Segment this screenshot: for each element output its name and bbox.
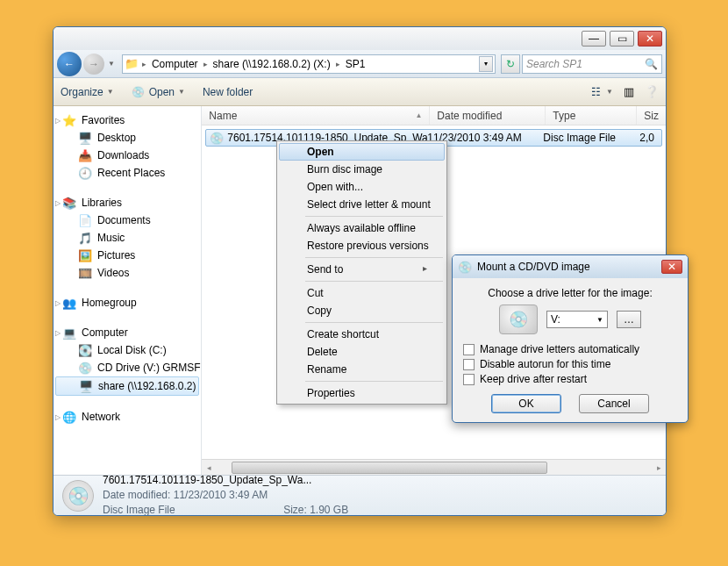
search-input[interactable]: Search SP1 🔍 <box>522 54 662 74</box>
horizontal-scrollbar[interactable]: ◂ ▸ <box>202 459 666 475</box>
network-drive-icon: 🖥️ <box>79 379 93 393</box>
disc-image-icon: 💿 <box>62 480 94 512</box>
disc-icon: 💿 <box>458 260 472 274</box>
col-date[interactable]: Date modified <box>430 106 546 125</box>
organize-label: Organize <box>61 86 103 98</box>
disc-image-icon: 💿 <box>210 131 224 145</box>
drive-icon: 💽 <box>78 343 92 357</box>
music-icon: 🎵 <box>78 231 92 245</box>
address-dropdown[interactable]: ▾ <box>479 56 493 72</box>
context-always-offline[interactable]: Always available offline <box>279 219 445 237</box>
breadcrumb-sp1[interactable]: SP1 <box>344 58 368 70</box>
help-button[interactable]: ❔ <box>645 85 659 99</box>
organize-menu[interactable]: Organize ▼ <box>61 86 114 98</box>
close-icon: ✕ <box>646 32 654 45</box>
cancel-button[interactable]: Cancel <box>579 394 649 413</box>
minimize-button[interactable]: — <box>582 31 606 47</box>
maximize-icon: ▭ <box>617 32 627 45</box>
context-menu: Open Burn disc image Open with... Select… <box>276 140 447 405</box>
dialog-prompt: Choose a drive letter for the image: <box>463 287 677 299</box>
libraries-icon: 📚 <box>62 196 76 210</box>
separator <box>305 381 443 382</box>
nav-back-button[interactable]: ← <box>57 52 82 76</box>
sidebar-item-recent[interactable]: 🕘Recent Places <box>54 164 201 182</box>
context-burn[interactable]: Burn disc image <box>279 161 445 178</box>
maximize-button[interactable]: ▭ <box>610 31 634 47</box>
context-sendto[interactable]: Send to <box>279 261 445 278</box>
titlebar: — ▭ ✕ <box>54 27 666 50</box>
separator <box>305 322 443 323</box>
context-properties[interactable]: Properties <box>279 384 445 402</box>
checkbox[interactable] <box>463 344 475 355</box>
sidebar-homegroup[interactable]: 👥Homegroup <box>54 294 201 312</box>
sidebar-item-downloads[interactable]: 📥Downloads <box>54 147 201 164</box>
preview-pane-button[interactable]: ▥ <box>622 85 636 99</box>
details-filename: 7601.17514.101119-1850_Update_Sp_Wa... <box>103 473 348 488</box>
checkbox[interactable] <box>463 359 475 370</box>
details-type: Disc Image File <box>103 503 268 516</box>
pictures-icon: 🖼️ <box>78 248 92 262</box>
context-openwith[interactable]: Open with... <box>279 178 445 196</box>
col-name[interactable]: Name▲ <box>202 106 430 125</box>
breadcrumb-share[interactable]: share (\\192.168.0.2) (X:) <box>211 58 332 70</box>
homegroup-icon: 👥 <box>62 296 76 310</box>
context-shortcut[interactable]: Create shortcut <box>279 326 445 343</box>
close-icon: ✕ <box>667 261 676 273</box>
dialog-close-button[interactable]: ✕ <box>661 260 682 274</box>
downloads-icon: 📥 <box>78 148 92 162</box>
search-icon: 🔍 <box>645 58 658 70</box>
sidebar-network[interactable]: 🌐Network <box>54 408 201 426</box>
chevron-down-icon: ▼ <box>178 88 185 96</box>
context-copy[interactable]: Copy <box>279 302 445 319</box>
scrollbar-thumb[interactable] <box>232 462 547 474</box>
sidebar-item-localdisk[interactable]: 💽Local Disk (C:) <box>54 341 201 359</box>
sidebar-item-cddrive[interactable]: 💿CD Drive (V:) GRMSF <box>54 359 201 376</box>
sidebar-computer[interactable]: 💻Computer <box>54 324 201 341</box>
check-keep-restart[interactable]: Keep drive after restart <box>463 373 677 385</box>
sidebar-favorites[interactable]: ⭐Favorites <box>54 111 201 129</box>
col-type[interactable]: Type <box>546 106 637 125</box>
scroll-right-icon[interactable]: ▸ <box>652 463 666 472</box>
chevron-right-icon: ▸ <box>336 60 340 68</box>
check-disable-autorun[interactable]: Disable autorun for this time <box>463 358 677 370</box>
sidebar-item-share[interactable]: 🖥️share (\\192.168.0.2) <box>55 376 199 396</box>
minimize-icon: — <box>589 32 599 45</box>
nav-forward-button: → <box>83 54 104 75</box>
context-select-drive[interactable]: Select drive letter & mount <box>279 196 445 213</box>
newfolder-button[interactable]: New folder <box>203 86 253 98</box>
breadcrumb-computer[interactable]: Computer <box>150 58 200 70</box>
sidebar-item-documents[interactable]: 📄Documents <box>54 211 201 229</box>
chevron-right-icon: ▸ <box>142 60 146 68</box>
context-open[interactable]: Open <box>279 143 445 161</box>
separator <box>305 281 443 282</box>
context-restore[interactable]: Restore previous versions <box>279 237 445 254</box>
refresh-icon: ↻ <box>506 58 515 70</box>
sidebar-item-pictures[interactable]: 🖼️Pictures <box>54 247 201 264</box>
refresh-button[interactable]: ↻ <box>501 54 520 74</box>
disc-icon: 💿 <box>132 85 146 99</box>
drive-letter-select[interactable]: V:▼ <box>546 311 608 328</box>
close-button[interactable]: ✕ <box>638 31 662 47</box>
ok-button[interactable]: OK <box>491 394 561 413</box>
sidebar-libraries[interactable]: 📚Libraries <box>54 194 201 211</box>
context-rename[interactable]: Rename <box>279 361 445 378</box>
view-menu[interactable]: ☷▼ <box>589 85 613 99</box>
toolbar: Organize ▼ 💿 Open ▼ New folder ☷▼ ▥ ❔ <box>54 78 666 106</box>
file-size: 2,0 <box>639 132 654 144</box>
address-bar[interactable]: 📁 ▸ Computer ▸ share (\\192.168.0.2) (X:… <box>122 54 496 74</box>
checkbox[interactable] <box>463 374 475 385</box>
sidebar-item-videos[interactable]: 🎞️Videos <box>54 264 201 282</box>
sidebar-item-desktop[interactable]: 🖥️Desktop <box>54 129 201 147</box>
context-delete[interactable]: Delete <box>279 343 445 361</box>
search-placeholder: Search SP1 <box>526 58 582 70</box>
scroll-left-icon[interactable]: ◂ <box>202 463 216 472</box>
star-icon: ⭐ <box>62 113 76 127</box>
nav-history-dropdown[interactable]: ▼ <box>108 60 115 68</box>
open-menu[interactable]: 💿 Open ▼ <box>132 85 185 99</box>
check-manage-auto[interactable]: Manage drive letters automatically <box>463 343 677 355</box>
context-cut[interactable]: Cut <box>279 284 445 302</box>
col-size[interactable]: Siz <box>637 106 666 125</box>
browse-button[interactable]: … <box>617 311 641 328</box>
cd-icon: 💿 <box>78 361 92 375</box>
sidebar-item-music[interactable]: 🎵Music <box>54 229 201 247</box>
